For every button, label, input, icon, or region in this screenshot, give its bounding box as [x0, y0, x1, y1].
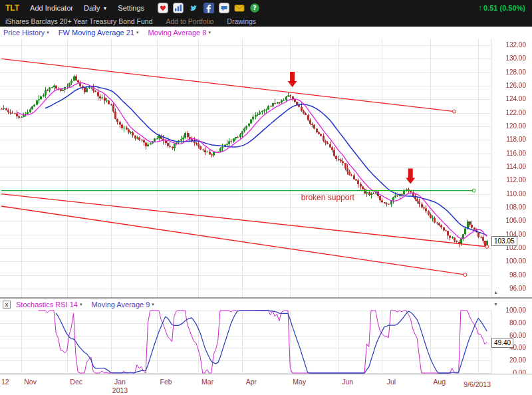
price-legend: Price History▾ FW Moving Average 21▾ Mov…: [0, 27, 532, 39]
price-axis-tick-label: 116.00: [492, 150, 529, 158]
indicator-axis-tick-label: 20.00: [492, 356, 529, 364]
indicator-close-button[interactable]: x: [3, 301, 11, 309]
caret-down-icon: ▾: [208, 30, 211, 35]
toolbar-icons: ?: [158, 3, 260, 13]
indicator-header: x Stochastics RSI 14▾ Moving Average 9▾ …: [0, 298, 532, 310]
caret-down-icon: ▾: [80, 302, 82, 307]
price-axis-tick-label: 118.00: [492, 136, 529, 144]
legend-fw-ma-label: FW Moving Average 21: [59, 29, 134, 37]
x-axis-month-label: Jun: [342, 378, 353, 386]
email-icon[interactable]: [234, 3, 245, 13]
price-axis-tick-label: 114.00: [492, 163, 529, 171]
menu-period-daily[interactable]: Daily▼: [84, 4, 107, 12]
price-axis-tick-label: 122.00: [492, 109, 529, 117]
help-icon[interactable]: ?: [249, 3, 260, 13]
legend-fw-moving-average-21[interactable]: FW Moving Average 21▾: [59, 29, 139, 37]
pane-scroll-up-icon[interactable]: ▲: [493, 290, 498, 295]
x-axis: 12 2013 9/6/2013 NovDecJanFebMarAprMayJu…: [0, 374, 532, 395]
price-axis-tick-label: 100.00: [492, 257, 529, 265]
indicator-axis-tick-label: 80.00: [492, 319, 529, 327]
svg-text:?: ?: [253, 4, 257, 11]
price-axis-tick-label: 130.00: [492, 55, 529, 63]
indicator-value-box: 49.40: [491, 338, 513, 348]
price-axis-tick-label: 112.00: [492, 176, 529, 184]
legend-stochastics-rsi[interactable]: Stochastics RSI 14▾: [16, 301, 82, 309]
price-change: ↑0.51 (0.50%): [478, 3, 527, 13]
alerts-heart-icon[interactable]: [158, 3, 168, 13]
x-axis-month-label: May: [293, 378, 306, 386]
caret-down-icon: ▾: [152, 302, 154, 307]
price-axis-tick-label: 106.00: [492, 217, 529, 225]
legend-moving-average-9[interactable]: Moving Average 9▾: [91, 301, 154, 309]
change-text: 0.51 (0.50%): [483, 4, 525, 12]
x-axis-month-label: Dec: [70, 378, 82, 386]
facebook-icon[interactable]: [203, 3, 214, 13]
menu-settings[interactable]: Settings: [118, 4, 144, 12]
x-axis-month-label: Feb: [160, 378, 172, 386]
subheader: iShares Barclays 20+ Year Treasury Bond …: [0, 15, 532, 27]
price-axis-tick-label: 126.00: [492, 82, 529, 90]
menu-add-indicator[interactable]: Add Indicator: [30, 4, 73, 12]
caret-down-icon: ▾: [47, 30, 49, 35]
x-axis-month-label: Jan: [114, 378, 126, 386]
caret-down-icon: ▼: [102, 6, 107, 11]
bar-chart-icon[interactable]: [173, 3, 184, 13]
fund-name-label: iShares Barclays 20+ Year Treasury Bond …: [5, 17, 153, 25]
x-axis-left-year-label: 12: [1, 378, 9, 386]
indicator-axis-tick-label: 100.00: [492, 307, 529, 315]
legend-price-history-label: Price History: [3, 29, 45, 37]
symbol-label[interactable]: TLT: [5, 3, 19, 13]
drawings-menu[interactable]: Drawings: [227, 17, 256, 25]
price-axis-tick-label: 128.00: [492, 68, 529, 76]
app: TLT Add Indicator Daily▼ Settings ? ↑0.5…: [0, 0, 532, 395]
last-price-box: 103.05: [491, 236, 517, 246]
price-axis-tick-label: 98.00: [492, 271, 529, 279]
x-axis-end-date-label: 9/6/2013: [464, 380, 491, 388]
caret-down-icon: ▾: [136, 30, 139, 35]
broken-support-label: broken support: [301, 193, 354, 202]
indicator-pane: 100.0080.0060.0040.0020.000.00 49.40: [0, 310, 532, 374]
gain-arrow-icon: ↑: [478, 3, 482, 13]
toolbar: TLT Add Indicator Daily▼ Settings ? ↑0.5…: [0, 0, 532, 15]
add-to-portfolio-link[interactable]: Add to Portfolio: [166, 17, 214, 25]
x-axis-month-label: Mar: [201, 378, 213, 386]
x-axis-year-label: 2013: [112, 386, 128, 394]
x-axis-month-label: Apr: [246, 378, 257, 386]
price-axis-tick-label: 132.00: [492, 41, 529, 49]
twitter-icon[interactable]: [188, 3, 199, 13]
price-axis-tick-label: 110.00: [492, 190, 529, 198]
period-label: Daily: [84, 4, 100, 12]
x-axis-month-label: Jul: [387, 378, 396, 386]
price-axis-tick-label: 108.00: [492, 203, 529, 211]
price-axis-tick-label: 120.00: [492, 122, 529, 130]
indicator-canvas[interactable]: [0, 310, 532, 374]
price-chart-pane: 132.00130.00128.00126.00124.00122.00120.…: [0, 39, 532, 298]
x-axis-month-label: Nov: [24, 378, 37, 386]
legend-ma8-label: Moving Average 8: [148, 29, 207, 37]
stocktwits-icon[interactable]: [219, 3, 229, 13]
legend-stoch-rsi-label: Stochastics RSI 14: [16, 301, 78, 309]
x-axis-month-label: Aug: [433, 378, 446, 386]
price-chart-canvas[interactable]: [0, 39, 532, 298]
legend-moving-average-8[interactable]: Moving Average 8▾: [148, 29, 211, 37]
legend-price-history[interactable]: Price History▾: [3, 29, 49, 37]
price-axis-tick-label: 124.00: [492, 95, 529, 103]
legend-ma9-label: Moving Average 9: [91, 301, 150, 309]
